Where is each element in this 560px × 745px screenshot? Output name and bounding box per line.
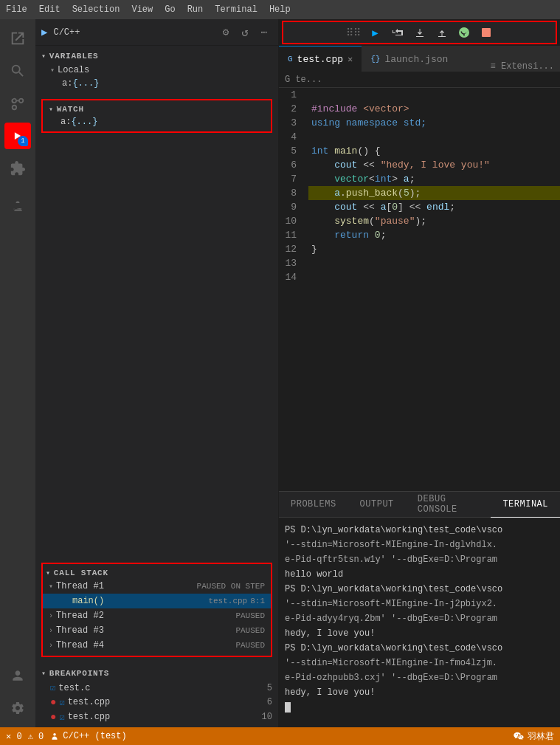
watch-header[interactable]: ▾ WATCH xyxy=(46,103,268,115)
code-line-7: vector<int> a; xyxy=(308,172,560,186)
config-name[interactable]: C/C++ xyxy=(53,27,215,38)
tab-problems[interactable]: PROBLEMS xyxy=(279,492,348,518)
step-into-btn[interactable] xyxy=(410,23,429,42)
variables-header[interactable]: ▾ VARIABLES xyxy=(35,49,278,63)
frame-main[interactable]: main() test.cpp 8:1 xyxy=(43,594,271,608)
line-num-5: 5 xyxy=(279,144,303,158)
menu-view[interactable]: View xyxy=(131,4,153,15)
menu-file[interactable]: File xyxy=(6,4,27,15)
thread-1-status: PAUSED ON STEP xyxy=(197,582,265,591)
code-line-4 xyxy=(308,130,560,144)
variables-section: ▾ VARIABLES ▾ Locals a: {...} xyxy=(35,46,278,93)
bp-file-10: test.cpp xyxy=(68,712,111,722)
breakpoint-testc[interactable]: ☑ test.c 5 xyxy=(35,681,278,695)
source-control-icon[interactable] xyxy=(4,90,31,117)
extensions-icon[interactable] xyxy=(4,155,31,182)
terminal-line-8: hedy, I love you! xyxy=(285,627,554,640)
code-line-11: return 0; xyxy=(308,228,560,242)
line-num-1: 1 xyxy=(279,88,303,102)
variables-label: VARIABLES xyxy=(49,52,99,61)
variable-a[interactable]: a: {...} xyxy=(35,77,278,90)
frame-main-name: main() xyxy=(61,596,208,606)
breadcrumb: G te... xyxy=(279,72,560,88)
run-debug-icon[interactable]: 1 xyxy=(4,123,31,149)
tab-testcpp-label: test.cpp xyxy=(297,54,343,65)
restart-debug-icon[interactable]: ↺ xyxy=(237,24,253,41)
line-num-9: 9 xyxy=(279,200,303,214)
bp-check-6: ☑ xyxy=(59,697,64,708)
status-bar: ✕ 0 ⚠ 0 C/C++ (test) 羽林君 xyxy=(0,727,560,745)
wechat-icon[interactable]: 羽林君 xyxy=(513,730,554,743)
status-debug-icon[interactable]: C/C++ (test) xyxy=(49,731,126,741)
thread-2-name: Thread #2 xyxy=(56,611,235,621)
menu-go[interactable]: Go xyxy=(165,4,175,15)
account-icon[interactable] xyxy=(4,662,31,689)
thread-2[interactable]: › Thread #2 PAUSED xyxy=(43,608,271,623)
breakpoint-testcpp-10[interactable]: ● ☑ test.cpp 10 xyxy=(35,710,278,724)
stop-btn[interactable] xyxy=(477,23,496,42)
thread-3-status: PAUSED xyxy=(235,626,265,635)
code-line-14 xyxy=(308,270,560,284)
svg-rect-0 xyxy=(482,28,491,37)
terminal-line-9: PS D:\lyn_workdata\working\test_code\vsc… xyxy=(285,642,554,655)
breakpoint-testcpp-6[interactable]: ● ☑ test.cpp 6 xyxy=(35,695,278,710)
explorer-icon[interactable] xyxy=(4,25,31,52)
menu-bar: File Edit Selection View Go Run Terminal… xyxy=(0,0,560,19)
tab-debug-console[interactable]: DEBUG CONSOLE xyxy=(406,492,491,518)
menu-help[interactable]: Help xyxy=(269,4,291,15)
locals-group[interactable]: ▾ Locals xyxy=(35,63,278,77)
thread-1-name: Thread #1 xyxy=(56,581,197,591)
step-out-btn[interactable] xyxy=(432,23,452,42)
more-actions-icon[interactable]: ⋯ xyxy=(256,24,272,41)
line-num-14: 14 xyxy=(279,270,303,284)
status-warnings[interactable]: ⚠ 0 xyxy=(28,731,44,742)
bp-dot-10: ● xyxy=(50,711,56,723)
variable-a-value: {...} xyxy=(72,78,99,89)
breakpoints-header[interactable]: ▾ BREAKPOINTS xyxy=(35,666,278,681)
thread-4[interactable]: › Thread #4 PAUSED xyxy=(43,638,271,653)
status-errors[interactable]: ✕ 0 xyxy=(6,731,22,742)
bp-check-testc: ☑ xyxy=(50,682,55,693)
watch-item-a[interactable]: a: {...} xyxy=(46,115,268,128)
tab-launchjson-label: launch.json xyxy=(384,54,448,65)
tab-testcpp[interactable]: G test.cpp ✕ xyxy=(279,46,362,72)
bp-check-10: ☑ xyxy=(59,712,64,723)
tab-launchjson-icon: {} xyxy=(370,55,380,63)
menu-terminal[interactable]: Terminal xyxy=(215,4,257,15)
tab-output[interactable]: OUTPUT xyxy=(348,492,406,518)
menu-selection[interactable]: Selection xyxy=(72,4,120,15)
settings-gear-icon[interactable]: ⚙ xyxy=(218,24,234,41)
continue-btn[interactable]: ▶ xyxy=(366,23,385,42)
call-stack-label: CALL STACK xyxy=(54,569,108,577)
tab-bar: G test.cpp ✕ {} launch.json ≡ Extensi... xyxy=(279,46,560,72)
play-icon[interactable]: ▶ xyxy=(41,26,47,38)
terminal-line-1: PS D:\lyn_workdata\working\test_code\vsc… xyxy=(285,523,554,537)
line-num-2: 2 xyxy=(279,102,303,116)
thread-3[interactable]: › Thread #3 PAUSED xyxy=(43,623,271,638)
settings-icon[interactable] xyxy=(4,695,31,721)
step-over-btn[interactable] xyxy=(388,23,407,42)
watch-a-key: a: xyxy=(61,117,71,127)
line-num-7: 7 xyxy=(279,172,303,186)
tab-testcpp-close[interactable]: ✕ xyxy=(348,54,353,65)
watch-section: ▾ WATCH a: {...} xyxy=(41,99,272,133)
locals-label: Locals xyxy=(58,65,89,75)
thread-1[interactable]: ▾ Thread #1 PAUSED ON STEP xyxy=(43,579,271,594)
call-stack-section: ▾ CALL STACK ▾ Thread #1 PAUSED ON STEP … xyxy=(41,563,272,657)
call-stack-header[interactable]: ▾ CALL STACK xyxy=(43,567,271,579)
tab-terminal[interactable]: TERMINAL xyxy=(491,492,560,518)
menu-run[interactable]: Run xyxy=(187,4,204,15)
sidebar-middle-spacer xyxy=(35,139,278,557)
test-icon[interactable] xyxy=(4,193,31,220)
code-lines[interactable]: #include <vector> using namespace std; i… xyxy=(308,88,560,491)
debug-config-bar: ▶ C/C++ ⚙ ↺ ⋯ xyxy=(35,19,278,46)
code-line-12: } xyxy=(308,242,560,256)
line-num-11: 11 xyxy=(279,228,303,242)
terminal-content[interactable]: PS D:\lyn_workdata\working\test_code\vsc… xyxy=(279,518,560,727)
tab-launchjson[interactable]: {} launch.json xyxy=(362,46,457,72)
search-icon[interactable] xyxy=(4,58,31,84)
thread-3-name: Thread #3 xyxy=(56,625,235,636)
restart-btn[interactable] xyxy=(454,23,474,42)
menu-edit[interactable]: Edit xyxy=(39,4,61,15)
code-area: 1 2 3 4 5 ● 6 7 ▷ 8 xyxy=(279,88,560,491)
